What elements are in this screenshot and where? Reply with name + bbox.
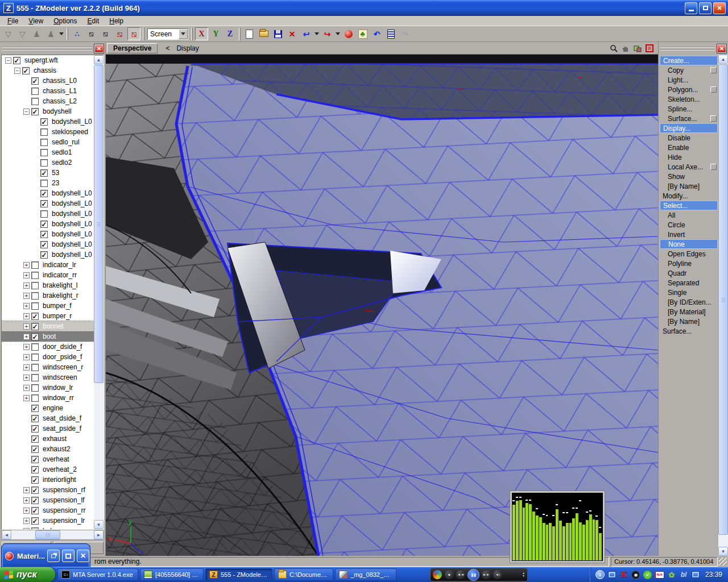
tree-item-window_lr[interactable]: +window_lr bbox=[2, 383, 94, 393]
axis-z-button[interactable]: Z bbox=[224, 27, 237, 40]
tree-item-chassis_L0[interactable]: ✓chassis_L0 bbox=[2, 76, 94, 86]
tree-item-overheat[interactable]: ✓overheat bbox=[2, 454, 94, 464]
visibility-checkbox[interactable] bbox=[31, 343, 39, 351]
expand-box-icon[interactable]: + bbox=[23, 518, 30, 524]
command-skeleton[interactable]: Skeleton... bbox=[660, 94, 718, 104]
export-dropdown-icon[interactable] bbox=[336, 32, 340, 35]
tree-item-sedlo1[interactable]: sedlo1 bbox=[2, 147, 94, 157]
tree-item-bumper_f[interactable]: +bumper_f bbox=[2, 301, 94, 311]
command-option-box[interactable] bbox=[710, 86, 717, 93]
command-option-box[interactable] bbox=[710, 115, 717, 122]
command-show[interactable]: Show bbox=[660, 172, 718, 181]
tree-item-bodyshell[interactable]: −✓bodyshell bbox=[2, 106, 94, 117]
next-track-button[interactable]: ►► bbox=[482, 570, 491, 579]
visibility-checkbox[interactable] bbox=[31, 88, 39, 95]
import-dropdown-icon[interactable] bbox=[315, 32, 319, 35]
scroll-down-icon[interactable]: ▼ bbox=[94, 520, 104, 529]
expand-box-icon[interactable]: + bbox=[23, 262, 30, 268]
collapse-box-icon[interactable]: − bbox=[14, 68, 20, 74]
vertices-mode-icon[interactable]: ∴ bbox=[71, 27, 84, 40]
expand-box-icon[interactable]: + bbox=[23, 508, 30, 514]
visibility-checkbox[interactable] bbox=[40, 149, 48, 156]
select-pin-tool-icon[interactable]: ▽ bbox=[16, 27, 29, 40]
tree-item-23[interactable]: 23 bbox=[2, 178, 94, 188]
visibility-checkbox[interactable]: ✓ bbox=[31, 466, 39, 473]
delete-button[interactable]: ✕ bbox=[286, 27, 299, 40]
visibility-checkbox[interactable]: ✓ bbox=[31, 446, 39, 453]
expand-box-icon[interactable]: + bbox=[23, 385, 30, 391]
viewport-settings-icon[interactable] bbox=[632, 44, 643, 53]
tree-item-sedlo2[interactable]: sedlo2 bbox=[2, 157, 94, 168]
visibility-checkbox[interactable]: ✓ bbox=[40, 231, 48, 238]
tree-item-seat_pside_f[interactable]: ✓seat_pside_f bbox=[2, 423, 94, 434]
redo-button[interactable]: ↷ bbox=[399, 27, 412, 40]
expand-box-icon[interactable]: + bbox=[23, 354, 30, 360]
edges-mode-icon[interactable]: ⧅ bbox=[85, 27, 98, 40]
tree-item-engine[interactable]: ✓engine bbox=[2, 403, 94, 413]
polygons-mode-icon[interactable]: ⧅ bbox=[113, 27, 126, 40]
tree-item-brakelight_r[interactable]: +brakelight_r bbox=[2, 290, 94, 301]
tree-item-windscreen[interactable]: +windscreen bbox=[2, 372, 94, 383]
flower-icon[interactable]: ✿ bbox=[667, 571, 676, 579]
visibility-checkbox[interactable]: ✓ bbox=[31, 497, 39, 504]
dropdown-arrow-icon[interactable] bbox=[59, 32, 64, 35]
command-quadr[interactable]: Quadr bbox=[660, 268, 718, 278]
command-by-id-exten[interactable]: [By ID/Exten... bbox=[660, 297, 718, 307]
menu-item-file[interactable]: File bbox=[2, 16, 23, 26]
material-editor-button[interactable] bbox=[342, 27, 355, 40]
expand-box-icon[interactable]: + bbox=[23, 303, 30, 309]
visibility-checkbox[interactable]: ✓ bbox=[40, 241, 48, 248]
tree-item-chassis_L2[interactable]: chassis_L2 bbox=[2, 96, 94, 106]
axis-x-button[interactable]: X bbox=[195, 27, 208, 40]
tree-item-overheat_2[interactable]: ✓overheat_2 bbox=[2, 464, 94, 475]
scroll-down-icon[interactable]: ▼ bbox=[718, 547, 728, 556]
space-mode-dropdown[interactable]: Screen bbox=[147, 28, 188, 40]
tree-item-bodyshell_L0[interactable]: ✓bodyshell_L0 bbox=[2, 250, 94, 260]
tree-item-exhaust2[interactable]: ✓exhaust2 bbox=[2, 444, 94, 454]
tree-item-seat_dside_f[interactable]: ✓seat_dside_f bbox=[2, 413, 94, 423]
visibility-checkbox[interactable]: ✓ bbox=[40, 200, 48, 207]
expand-box-icon[interactable]: + bbox=[23, 272, 30, 278]
tree-item-suspension_rf[interactable]: +✓suspension_rf bbox=[2, 485, 94, 495]
objects-mode-icon[interactable]: ⧅ bbox=[127, 27, 140, 40]
scroll-right-icon[interactable]: ► bbox=[94, 530, 104, 539]
visibility-checkbox[interactable]: ✓ bbox=[31, 313, 39, 320]
export-button[interactable]: ↪ bbox=[321, 27, 334, 40]
visibility-checkbox[interactable]: ✓ bbox=[13, 57, 20, 64]
visibility-checkbox[interactable] bbox=[31, 261, 39, 269]
network-monitor-icon[interactable] bbox=[691, 571, 700, 579]
tree-item-boot[interactable]: +✓boot bbox=[2, 331, 94, 342]
visibility-checkbox[interactable]: ✓ bbox=[40, 169, 48, 177]
visibility-checkbox[interactable]: ✓ bbox=[31, 517, 39, 525]
tree-item-interiorlight[interactable]: ✓interiorlight bbox=[2, 475, 94, 485]
expand-box-icon[interactable]: + bbox=[23, 487, 30, 493]
select-tool-icon[interactable]: ▽ bbox=[2, 27, 15, 40]
taskbar-button-2[interactable]: [405556640] - Окн... bbox=[140, 568, 204, 581]
tree-item-indicator_rr[interactable]: +indicator_rr bbox=[2, 270, 94, 280]
visibility-checkbox[interactable] bbox=[31, 302, 39, 310]
scroll-up-icon[interactable]: ▲ bbox=[718, 55, 728, 64]
command-polyline[interactable]: Polyline bbox=[660, 259, 718, 268]
restore-button[interactable] bbox=[699, 2, 712, 14]
expand-box-icon[interactable]: + bbox=[23, 313, 30, 319]
tree-hscroll-thumb[interactable] bbox=[35, 530, 60, 539]
restore-window-button[interactable] bbox=[47, 550, 60, 562]
tree-item-bonnet[interactable]: +✓bonnet bbox=[2, 321, 94, 331]
panel-grip[interactable] bbox=[2, 47, 92, 51]
command-by-name[interactable]: [By Name] bbox=[660, 181, 718, 191]
command-invert[interactable]: Invert bbox=[660, 230, 718, 239]
tree-item-door_pside_f[interactable]: +door_pside_f bbox=[2, 352, 94, 362]
tree-scroll-thumb[interactable] bbox=[94, 65, 104, 383]
combo-arrow-icon[interactable] bbox=[179, 29, 188, 39]
visibility-checkbox[interactable] bbox=[40, 159, 48, 167]
start-button[interactable]: пуск bbox=[0, 567, 55, 582]
viewport-3d-canvas[interactable]: y x z bbox=[106, 55, 658, 556]
tree-item-bodyshell_L0[interactable]: ✓bodyshell_L0 bbox=[2, 229, 94, 239]
na-status-icon[interactable]: N/A bbox=[655, 571, 664, 579]
volume-button[interactable]: ◄) bbox=[493, 570, 502, 579]
notes-button[interactable] bbox=[384, 27, 398, 40]
tree-item-suspension_lf[interactable]: +✓suspension_lf bbox=[2, 495, 94, 505]
tree-item-bodyshell_L0[interactable]: ✓bodyshell_L0 bbox=[2, 219, 94, 229]
pan-hand-icon[interactable] bbox=[621, 44, 631, 53]
taskbar-button-4[interactable]: C:\Documents and ... bbox=[274, 568, 333, 581]
